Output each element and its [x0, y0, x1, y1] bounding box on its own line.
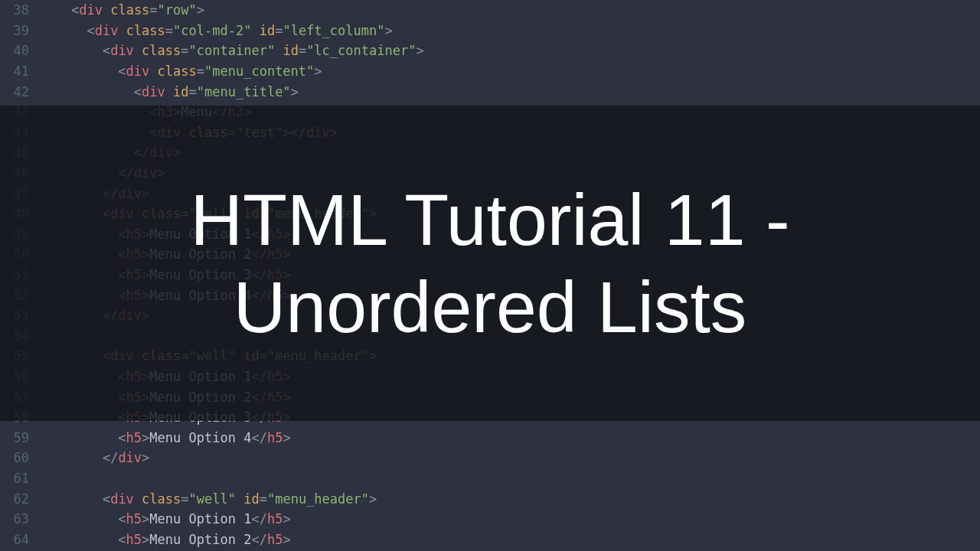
title-line-2: Unordered Lists [234, 263, 747, 350]
code-line[interactable]: 64 <h5>Menu Option 2</h5> [0, 529, 980, 549]
code-line[interactable]: 39 <div class="col-md-2" id="left_column… [0, 21, 980, 41]
code-line[interactable]: 59 <h5>Menu Option 4</h5> [0, 427, 980, 448]
line-number: 59 [0, 430, 40, 445]
line-number: 42 [0, 84, 40, 99]
line-content[interactable]: <div class="col-md-2" id="left_column"> [40, 23, 980, 38]
line-content[interactable]: <h5>Menu Option 4</h5> [40, 430, 980, 445]
line-content[interactable]: <h5>Menu Option 1</h5> [40, 511, 980, 527]
line-number: 60 [0, 450, 40, 465]
line-number: 38 [0, 2, 40, 18]
line-number: 39 [0, 23, 40, 38]
line-number: 62 [0, 491, 40, 507]
line-content[interactable]: </div> [40, 450, 980, 465]
code-line[interactable]: 42 <div id="menu_title"> [0, 81, 980, 102]
line-content[interactable]: <div id="menu_title"> [40, 84, 980, 99]
code-line[interactable]: 38 <div class="row"> [0, 0, 980, 21]
line-content[interactable]: <div class="row"> [40, 2, 980, 18]
code-line[interactable]: 41 <div class="menu_content"> [0, 61, 980, 82]
code-line[interactable]: 40 <div class="container" id="lc_contain… [0, 41, 980, 61]
line-number: 64 [0, 532, 40, 547]
code-line[interactable]: 60 </div> [0, 448, 980, 468]
line-number: 41 [0, 64, 40, 79]
line-number: 63 [0, 511, 40, 527]
code-line[interactable]: 63 <h5>Menu Option 1</h5> [0, 509, 980, 530]
line-content[interactable]: <div class="container" id="lc_container"… [40, 43, 980, 58]
code-line[interactable]: 62 <div class="well" id="menu_header"> [0, 488, 980, 509]
line-content[interactable]: <h5>Menu Option 2</h5> [40, 532, 980, 547]
title-line-1: HTML Tutorial 11 - [190, 176, 789, 263]
line-content[interactable]: <div class="menu_content"> [40, 64, 980, 79]
line-number: 40 [0, 43, 40, 58]
line-number: 61 [0, 471, 40, 486]
code-line[interactable]: 61 [0, 468, 980, 489]
video-title-overlay: HTML Tutorial 11 - Unordered Lists [0, 106, 980, 421]
line-content[interactable]: <div class="well" id="menu_header"> [40, 491, 980, 507]
